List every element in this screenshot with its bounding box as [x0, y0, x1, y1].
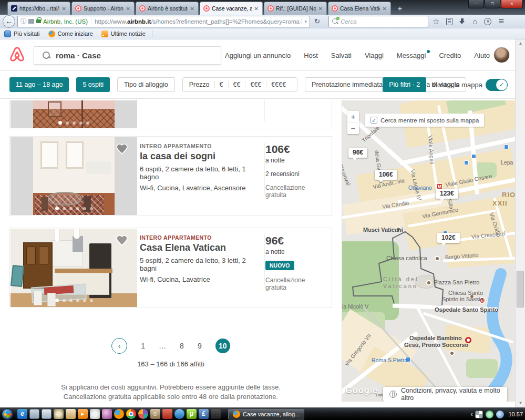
filter-room-type[interactable]: Tipo di alloggio — [117, 77, 175, 92]
photo-pager-dots[interactable] — [11, 299, 137, 302]
tray-app-icon[interactable] — [475, 411, 483, 418]
airbnb-search-input[interactable]: roma · Case — [34, 46, 221, 65]
photo-app-icon[interactable] — [90, 409, 100, 419]
tab-close-icon[interactable]: ✕ — [61, 6, 67, 12]
wishlist-heart-icon[interactable] — [115, 142, 129, 155]
show-map-toggle[interactable]: ✓ — [486, 79, 508, 91]
filter-guests[interactable]: 5 ospiti — [76, 77, 110, 92]
nav-aggiungi-annuncio[interactable]: Aggiungi un annuncio — [225, 52, 291, 59]
close-button[interactable]: × — [501, 0, 523, 8]
media-player-icon[interactable]: ▸ — [78, 409, 88, 419]
bookmark-come-iniziare[interactable]: Come iniziare — [44, 28, 97, 39]
wishlist-heart-icon[interactable] — [115, 234, 129, 247]
explorer-icon[interactable] — [29, 409, 39, 419]
listing-card-partial[interactable] — [9, 100, 332, 129]
map-price-pin[interactable]: 102€ — [437, 233, 460, 243]
menu-hamburger-icon[interactable]: ≡ — [498, 16, 504, 27]
pagination-prev-button[interactable]: ‹ — [111, 338, 127, 354]
page-scrollbar[interactable]: ▲ ▼ — [515, 39, 525, 407]
new-tab-button[interactable]: + — [393, 3, 407, 14]
bookmark-piu-visitati[interactable]: Più visitati — [0, 28, 44, 39]
listing-title[interactable]: la casa dei sogni — [140, 151, 263, 162]
url-bar[interactable]: ⓘ Airbnb, Inc. (US) https://www.airbnb.i… — [17, 16, 310, 27]
bookmark-star-icon[interactable]: ☆ — [433, 17, 439, 26]
nav-viaggi[interactable]: Viaggi — [365, 52, 384, 59]
map-price-pin[interactable]: 106€ — [375, 170, 397, 180]
pagination-page-8[interactable]: 8 — [180, 342, 184, 350]
tab-login[interactable]: https://dbo...rtal/login ✕ — [7, 2, 70, 15]
zoom-out-button[interactable]: − — [347, 122, 359, 134]
security-label[interactable]: Airbnb, Inc. (US) — [43, 18, 91, 25]
listing-photo[interactable] — [11, 100, 137, 128]
map-price-pin[interactable]: 123€ — [436, 189, 458, 199]
media-center-icon[interactable] — [54, 409, 64, 419]
pagination-page-10-active[interactable]: 10 — [215, 339, 230, 353]
picasa-icon[interactable] — [138, 409, 148, 419]
downloads-icon[interactable] — [459, 18, 466, 25]
tab-guida[interactable]: Rif.: [GUIDA] Non tro... ✕ — [264, 2, 327, 15]
taskbar-active-window[interactable]: Case vacanze, allog... — [228, 409, 304, 419]
contacts-icon[interactable]: ☺ — [150, 409, 160, 419]
firefox-icon[interactable] — [114, 409, 124, 419]
zoom-in-button[interactable]: + — [347, 111, 359, 122]
poi-icon[interactable] — [449, 351, 455, 356]
tab-close-icon[interactable]: ✕ — [190, 6, 195, 12]
nav-aiuto[interactable]: Aiuto — [474, 52, 490, 59]
price-tier-3[interactable]: €€€ — [245, 81, 266, 88]
utorrent-icon[interactable]: µ — [187, 409, 197, 419]
bookmarks-list-icon[interactable] — [446, 18, 452, 25]
listing-reviews[interactable]: 2 recensioni — [265, 170, 327, 178]
metro-station-icon[interactable] — [464, 160, 469, 165]
nav-credito[interactable]: Credito — [439, 52, 461, 59]
image-viewer-icon[interactable] — [42, 409, 52, 419]
tab-casa-elena[interactable]: Casa Elena Vatican - ... ✕ — [328, 2, 391, 15]
tray-expand-icon[interactable]: ‹ — [470, 411, 472, 418]
pagination-page-1[interactable]: 1 — [141, 342, 145, 350]
bookmark-ultime-notizie[interactable]: Ultime notizie — [97, 28, 150, 39]
map-panel[interactable]: M H Trionfale della Giuliana Viale Angel… — [342, 100, 515, 402]
price-tier-4[interactable]: €€€€ — [266, 81, 291, 88]
filter-instant-book[interactable]: Prenotazione immediata — [305, 77, 389, 92]
metro-station-icon[interactable] — [471, 154, 476, 159]
site-permissions-icon[interactable] — [28, 19, 34, 24]
metro-station-icon[interactable] — [504, 145, 509, 149]
nav-salvati[interactable]: Salvati — [331, 52, 352, 59]
checkbox-checked-icon[interactable]: ✓ — [370, 117, 377, 124]
listing-photo[interactable] — [11, 229, 137, 307]
firefox-search-input[interactable]: + Cerca — [328, 16, 428, 27]
music-app-icon[interactable] — [102, 409, 112, 419]
nav-host[interactable]: Host — [304, 52, 318, 59]
price-tier-1[interactable]: € — [214, 81, 228, 88]
page-info-icon[interactable]: ⓘ — [20, 17, 27, 26]
back-button[interactable]: ← — [3, 15, 15, 28]
scroll-down-icon[interactable]: ▼ — [516, 399, 525, 407]
url-dropdown-icon[interactable]: ▾ — [301, 19, 310, 24]
url-text[interactable]: https://www.airbnb.it/s/homes?refinement… — [95, 18, 301, 25]
map-footer-link[interactable]: Condizioni, privacy, valuta e molto altr… — [383, 387, 507, 402]
tab-supporto[interactable]: Supporto - Airbnb Co... ✕ — [71, 2, 135, 15]
scrollbar-thumb[interactable] — [517, 271, 524, 308]
chrome-icon[interactable] — [126, 409, 136, 419]
listing-title[interactable]: Casa Elena Vatican — [140, 242, 263, 253]
taskbar-clock[interactable]: 10.57 — [508, 411, 523, 417]
filter-price[interactable]: Prezzo € €€ €€€ €€€€ — [182, 77, 297, 92]
map-price-pin[interactable]: 96€ — [348, 148, 367, 158]
pocket-icon[interactable]: ∨ — [484, 18, 491, 25]
tab-close-icon[interactable]: ✕ — [318, 6, 323, 12]
paint-icon[interactable] — [66, 409, 76, 419]
reload-icon[interactable]: ↻ — [310, 17, 324, 25]
filter-dates[interactable]: 11 ago – 18 ago — [9, 77, 69, 92]
poi-piazza-icon[interactable] — [426, 280, 431, 285]
filter-more[interactable]: Più filtri · 2 — [383, 77, 426, 92]
reader-icon[interactable] — [162, 409, 172, 419]
avatar[interactable] — [493, 47, 510, 63]
home-icon[interactable]: ⌂ — [472, 17, 477, 26]
airbnb-logo[interactable] — [8, 46, 26, 64]
photo-pager-dots[interactable] — [11, 207, 137, 210]
map-search-toggle[interactable]: ✓ Cerca mentre mi sposto sulla mappa — [365, 114, 484, 127]
thunderbird-icon[interactable] — [174, 409, 184, 419]
photo-pager-dots[interactable] — [11, 121, 137, 125]
listing-photo[interactable] — [11, 137, 137, 215]
poi-church-icon[interactable] — [435, 256, 440, 261]
nav-messaggi[interactable]: Messaggi — [397, 52, 426, 59]
